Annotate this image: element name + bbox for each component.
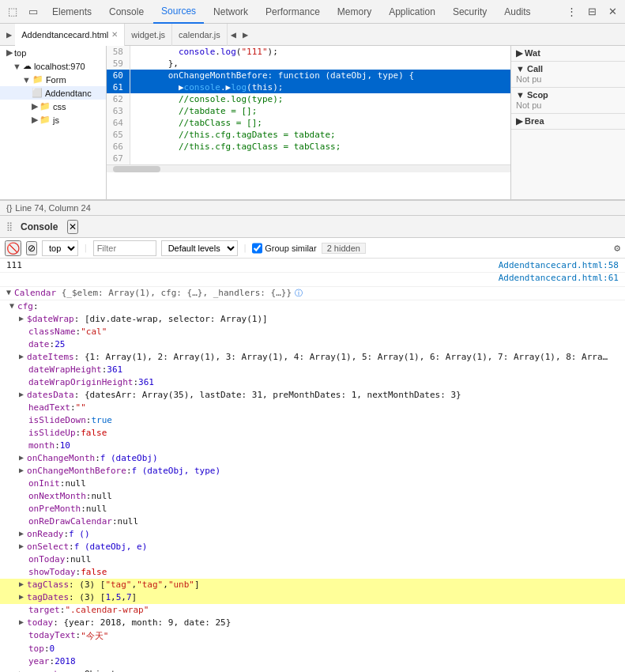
tab-performance[interactable]: Performance: [258, 0, 328, 24]
console-toolbar: 🚫 ⊘ top | Default levels | Group similar…: [0, 238, 625, 259]
right-panel: ▶ Wat ▼ Call Not pu ▼ Scop Not pu ▶ Brea: [510, 46, 625, 199]
tree-today: ▶ today: {year: 2018, month: 9, date: 25…: [0, 617, 625, 629]
console-close-icon[interactable]: ✕: [67, 220, 78, 234]
filetree-toggle[interactable]: ▶: [3, 29, 15, 40]
tab-application[interactable]: Application: [381, 0, 443, 24]
expand-arrow-icon[interactable]: ▶: [19, 529, 24, 538]
expand-arrow-icon[interactable]: ▶: [19, 592, 24, 601]
mobile-icon[interactable]: ▭: [24, 2, 43, 21]
expand-arrow-icon[interactable]: ▶: [19, 617, 24, 626]
tree-cfg: ▼ cfg:: [0, 300, 625, 313]
tree-top: top: 0: [0, 643, 625, 655]
brace-icon[interactable]: {}: [6, 203, 12, 213]
expand-arrow-icon[interactable]: ▶: [19, 453, 24, 462]
tree-headtext: headText: "": [0, 402, 625, 414]
code-line-59: 59 },: [107, 58, 510, 70]
tree-item-js[interactable]: ▶ 📁 js: [0, 113, 106, 126]
log-level-select[interactable]: Default levels: [161, 240, 238, 256]
breakpoints-section[interactable]: ▶ Brea: [511, 114, 625, 130]
tree-datesdata: ▶ datesData: {datesArr: Array(35), lastD…: [0, 389, 625, 402]
more-icon[interactable]: ⋮: [562, 2, 581, 21]
group-similar-checkbox[interactable]: Group similar: [252, 240, 316, 256]
console-title: Console: [21, 221, 58, 232]
dock-icon[interactable]: ⊟: [582, 2, 601, 21]
tree-onchangemonth: ▶ onChangeMonth: f (dateObj): [0, 452, 625, 465]
file-tabs-arrow-right[interactable]: ▶: [239, 29, 251, 40]
code-line-58: 58 console.log("111");: [107, 46, 510, 58]
tree-item-localhost[interactable]: ▼ ☁ localhost:970: [0, 59, 106, 73]
expand-arrow-icon[interactable]: ▶: [19, 352, 24, 361]
tab-audits[interactable]: Audits: [496, 0, 538, 24]
file-tree: ▶ top ▼ ☁ localhost:970 ▼ 📁 Form ⬜ Adden…: [0, 46, 107, 199]
console-panel: ⣿ Console ✕ 🚫 ⊘ top | Default levels | G…: [0, 216, 625, 672]
tree-target: target: ".calendar-wrap": [0, 604, 625, 617]
file-icon: ⬜: [32, 88, 43, 98]
expand-arrow-icon[interactable]: ▼: [9, 301, 14, 310]
tree-item-form[interactable]: ▼ 📁 Form: [0, 73, 106, 86]
tab-elements[interactable]: Elements: [44, 0, 100, 24]
devtools-right-icons: ⋮ ⊟ ✕: [562, 2, 622, 21]
tree-onnextmonth: onNextMonth: null: [0, 490, 625, 503]
tree-year: year: 2018: [0, 655, 625, 668]
console-settings-icon[interactable]: ⚙: [614, 242, 620, 254]
tab-console[interactable]: Console: [101, 0, 152, 24]
file-tabs-arrow-left[interactable]: ◀: [228, 29, 239, 40]
status-bar: {} Line 74, Column 24: [0, 200, 625, 216]
expand-arrow-icon[interactable]: ▼: [6, 288, 11, 296]
source-link-61[interactable]: Addendtancecard.html:61: [499, 273, 619, 283]
code-line-65: 65 //this.cfg.tagDates = tabdate;: [107, 129, 510, 141]
source-link-58[interactable]: Addendtancecard.html:58: [499, 260, 619, 270]
scope-section[interactable]: ▼ Scop Not pu: [511, 88, 625, 114]
console-output[interactable]: 111 Addendtancecard.html:58 Addendtancec…: [0, 259, 625, 672]
file-tab-label: widget.js: [131, 30, 165, 40]
file-tab-addendtancecard[interactable]: Addendtancecard.html ✕: [15, 24, 125, 46]
tab-sources[interactable]: Sources: [153, 0, 204, 24]
filter-icon[interactable]: ⊘: [26, 241, 37, 255]
expand-arrow-icon[interactable]: ▶: [19, 580, 24, 588]
arrow-icon: ▼: [22, 75, 31, 85]
code-line-62: 62 //console.log(type);: [107, 93, 510, 105]
file-tab-calendar[interactable]: calendar.js: [172, 24, 228, 46]
cursor-icon[interactable]: ⬚: [3, 2, 22, 21]
tree-item-top[interactable]: ▶ top: [0, 46, 106, 59]
expand-arrow-icon[interactable]: ▶: [19, 390, 24, 398]
tree-onpremonth: onPreMonth: null: [0, 503, 625, 515]
file-tab-widget[interactable]: widget.js: [125, 24, 172, 46]
tree-todaytext: todayText: "今天": [0, 629, 625, 643]
call-section[interactable]: ▼ Call Not pu: [511, 62, 625, 88]
tree-item-css[interactable]: ▶ 📁 css: [0, 100, 106, 113]
calendar-root: ▼ Calendar {_$elem: Array(1), cfg: {…}, …: [0, 287, 625, 300]
close-icon[interactable]: ✕: [603, 2, 622, 21]
expand-arrow-icon[interactable]: ▶: [19, 466, 24, 474]
expand-arrow-icon[interactable]: ▶: [19, 542, 24, 550]
expand-arrow-icon[interactable]: ▶: [19, 669, 24, 672]
watch-section[interactable]: ▶ Wat: [511, 46, 625, 62]
context-select[interactable]: top: [42, 240, 78, 256]
info-icon[interactable]: ⓘ: [295, 288, 303, 299]
hidden-badge[interactable]: 2 hidden: [322, 243, 366, 254]
clear-console-icon[interactable]: 🚫: [5, 240, 21, 256]
tree-datewrap: ▶ $dateWrap: [div.date-wrap, selector: A…: [0, 313, 625, 326]
horizontal-scrollbar[interactable]: [107, 164, 510, 172]
tree-item-addendtance[interactable]: ⬜ Addendtanc: [0, 86, 106, 100]
expand-arrow-icon[interactable]: ▶: [19, 314, 24, 323]
tree-ontoday: onToday: null: [0, 553, 625, 566]
console-drag-handle: ⣿: [6, 221, 13, 232]
tab-memory[interactable]: Memory: [329, 0, 379, 24]
tab-security[interactable]: Security: [445, 0, 495, 24]
tree-item-label: top: [14, 48, 26, 58]
tree-proto: ▶ __proto__: Object: [0, 668, 625, 672]
filter-input[interactable]: [93, 240, 156, 256]
tree-item-label: js: [53, 115, 59, 125]
code-line-67: 67: [107, 153, 510, 164]
status-position: Line 74, Column 24: [15, 203, 90, 213]
tree-onselect: ▶ onSelect: f (dateObj, e): [0, 541, 625, 553]
code-editor[interactable]: 58 console.log("111"); 59 }, 60 onChange…: [107, 46, 510, 199]
tab-network[interactable]: Network: [205, 0, 256, 24]
file-tab-close[interactable]: ✕: [111, 30, 118, 39]
tree-onchangemonthbefore: ▶ onChangeMonthBefore: f (dateObj, type): [0, 465, 625, 478]
log-value: 111: [6, 260, 22, 270]
file-tab-label: calendar.js: [179, 30, 220, 40]
tree-item-label: Form: [46, 75, 66, 85]
code-line-63: 63 //tabdate = [];: [107, 105, 510, 117]
